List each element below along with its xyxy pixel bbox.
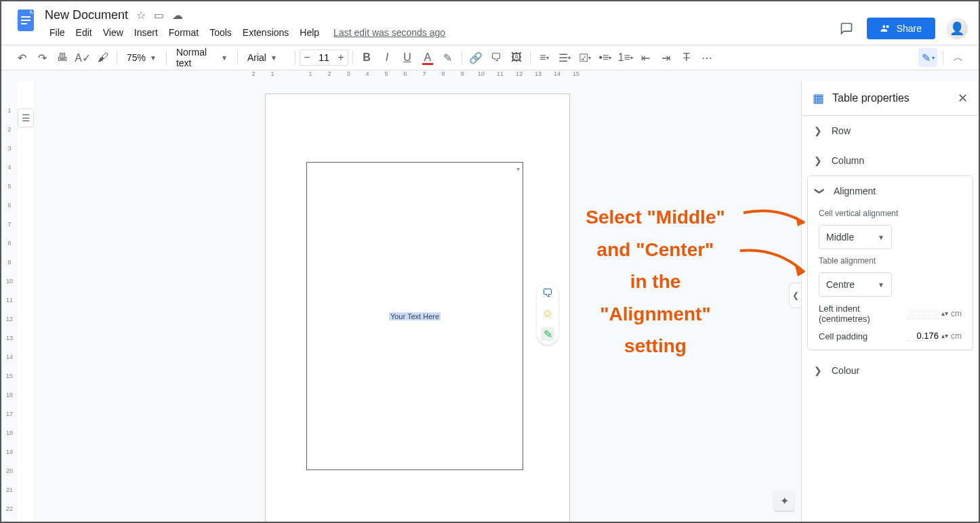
bold-icon[interactable]: B: [357, 48, 376, 67]
cell-padding-label: Cell padding: [819, 331, 867, 341]
section-column[interactable]: ❯ Column: [802, 146, 979, 175]
table-alignment-label: Table alignment: [819, 256, 962, 266]
insert-link-icon[interactable]: 🔗: [466, 48, 485, 67]
print-icon[interactable]: 🖶: [53, 48, 72, 67]
account-avatar[interactable]: 👤: [946, 18, 968, 39]
svg-rect-3: [21, 23, 27, 24]
last-edit-link[interactable]: Last edit was seconds ago: [333, 27, 445, 38]
main-area: 12345678910111213141516171819202122 ☰ ▾ …: [1, 81, 979, 522]
align-icon[interactable]: ≡▾: [535, 48, 554, 67]
menu-view[interactable]: View: [98, 24, 128, 41]
insert-comment-icon[interactable]: 🗨: [487, 48, 506, 67]
menu-file[interactable]: File: [45, 24, 70, 41]
section-row[interactable]: ❯ Row: [802, 116, 979, 146]
document-outline-icon[interactable]: ☰: [18, 108, 34, 127]
separator: [237, 51, 238, 64]
chevron-down-icon: ❯: [815, 187, 825, 195]
add-emoji-icon[interactable]: ☺: [541, 307, 554, 320]
table-properties-sidebar: ▦ Table properties ✕ ❯ Row ❯ Column ❯ Al…: [801, 81, 979, 522]
left-indent-unit: cm: [951, 309, 962, 318]
insert-image-icon[interactable]: 🖼: [507, 48, 526, 67]
text-color-icon[interactable]: A: [418, 48, 437, 67]
vertical-ruler[interactable]: 12345678910111213141516171819202122: [1, 81, 18, 522]
increase-indent-icon[interactable]: ⇥: [657, 48, 676, 67]
horizontal-ruler[interactable]: 21123456789101112131415: [1, 70, 979, 81]
section-alignment-label: Alignment: [834, 186, 876, 196]
highlight-icon[interactable]: ✎: [438, 48, 457, 67]
share-button[interactable]: Share: [867, 18, 935, 39]
section-colour[interactable]: ❯ Colour: [802, 356, 979, 385]
left-indent-stepper: ▴▾: [941, 312, 948, 316]
cell-text[interactable]: Your Text Here: [389, 312, 441, 320]
menu-help[interactable]: Help: [295, 24, 324, 41]
redo-icon[interactable]: ↷: [33, 48, 52, 67]
close-icon[interactable]: ✕: [958, 91, 968, 106]
cell-handle-icon[interactable]: ▾: [516, 165, 520, 173]
collapse-toolbar-icon[interactable]: ︿: [949, 48, 968, 67]
font-size-stepper[interactable]: − +: [300, 49, 348, 66]
undo-icon[interactable]: ↶: [12, 48, 31, 67]
underline-icon[interactable]: U: [398, 48, 417, 67]
menu-edit[interactable]: Edit: [71, 24, 97, 41]
toolbar: ↶ ↷ 🖶 A✓ 🖌 75%▼ Normal text▼ Arial▼ − + …: [1, 45, 979, 70]
style-select[interactable]: Normal text▼: [171, 49, 233, 66]
menu-format[interactable]: Format: [164, 24, 203, 41]
clear-formatting-icon[interactable]: T: [677, 48, 696, 67]
sidebar-header: ▦ Table properties ✕: [802, 81, 979, 116]
menu-extensions[interactable]: Extensions: [238, 24, 293, 41]
separator: [295, 51, 295, 64]
cell-padding-input[interactable]: [907, 331, 939, 341]
section-alignment-card: ❯ Alignment Cell vertical alignment Midd…: [807, 175, 973, 350]
docs-logo[interactable]: [12, 7, 39, 34]
numbered-list-icon[interactable]: 1≡▾: [616, 48, 635, 67]
table-icon: ▦: [813, 91, 824, 106]
section-row-label: Row: [832, 125, 851, 136]
section-colour-label: Colour: [832, 365, 859, 376]
zoom-select[interactable]: 75%▼: [121, 49, 162, 66]
checklist-icon[interactable]: ☑▾: [575, 48, 594, 67]
paint-format-icon[interactable]: 🖌: [94, 48, 113, 67]
italic-icon[interactable]: I: [377, 48, 396, 67]
table-cell[interactable]: ▾ Your Text Here: [306, 162, 523, 470]
section-alignment[interactable]: ❯ Alignment: [808, 176, 973, 206]
chevron-right-icon: ❯: [814, 365, 822, 376]
left-indent-input: [907, 308, 939, 319]
header: New Document ☆ ▭ ☁ File Edit View Insert…: [1, 1, 979, 45]
separator: [530, 51, 531, 64]
document-title[interactable]: New Document: [45, 8, 128, 22]
font-select[interactable]: Arial▼: [242, 49, 291, 66]
star-icon[interactable]: ☆: [136, 9, 146, 22]
font-size-decrease[interactable]: −: [300, 51, 314, 64]
document-canvas[interactable]: ▾ Your Text Here: [34, 81, 801, 522]
cloud-status-icon[interactable]: ☁: [172, 9, 183, 22]
move-icon[interactable]: ▭: [154, 9, 164, 22]
decrease-indent-icon[interactable]: ⇤: [636, 48, 655, 67]
cell-vertical-alignment-label: Cell vertical alignment: [819, 209, 962, 218]
table-alignment-select[interactable]: Centre▼: [819, 272, 892, 297]
cell-vertical-alignment-select[interactable]: Middle▼: [819, 225, 892, 249]
font-size-increase[interactable]: +: [334, 51, 348, 64]
more-icon[interactable]: ⋯: [697, 48, 716, 67]
svg-rect-2: [21, 20, 30, 21]
cell-padding-stepper[interactable]: ▴▾: [941, 334, 948, 338]
editing-mode-icon[interactable]: ✎▾: [918, 48, 937, 67]
separator: [166, 51, 167, 64]
chevron-right-icon: ❯: [814, 125, 822, 136]
bulleted-list-icon[interactable]: •≡▾: [596, 48, 615, 67]
separator: [352, 51, 353, 64]
line-spacing-icon[interactable]: ☰▾: [555, 48, 574, 67]
sidebar-collapse-handle[interactable]: ❮: [789, 283, 801, 308]
font-size-input[interactable]: [314, 52, 334, 63]
share-label: Share: [897, 23, 922, 34]
comment-history-icon[interactable]: [837, 19, 856, 38]
add-comment-icon[interactable]: 🗨: [541, 287, 554, 300]
separator: [943, 51, 943, 64]
spellcheck-icon[interactable]: A✓: [73, 48, 92, 67]
explore-button[interactable]: ✦: [774, 490, 794, 511]
suggest-edits-icon[interactable]: ✎: [541, 327, 554, 341]
menu-insert[interactable]: Insert: [129, 24, 163, 41]
sidebar-title: Table properties: [832, 92, 950, 104]
separator: [462, 51, 462, 64]
section-column-label: Column: [832, 155, 864, 166]
menu-tools[interactable]: Tools: [205, 24, 237, 41]
